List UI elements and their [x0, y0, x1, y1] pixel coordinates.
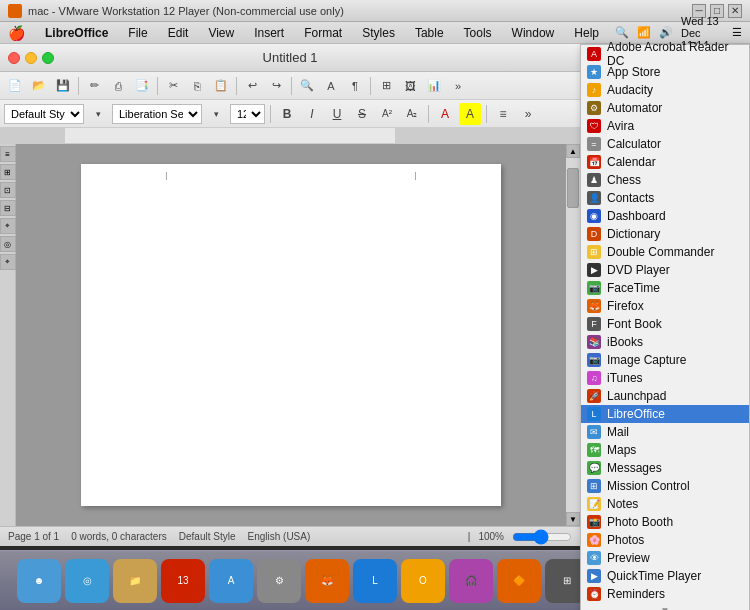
insert-img-btn[interactable]: 🖼 — [399, 75, 421, 97]
scroll-track[interactable] — [566, 158, 580, 512]
dropdown-item-automator[interactable]: ⚙Automator — [581, 99, 749, 117]
subscript-btn[interactable]: A₂ — [401, 103, 423, 125]
dropdown-item-avira[interactable]: 🛡Avira — [581, 117, 749, 135]
dropdown-item-mission-control[interactable]: ⊞Mission Control — [581, 477, 749, 495]
menu-window[interactable]: Window — [508, 24, 559, 42]
dropdown-item-chess[interactable]: ♟Chess — [581, 171, 749, 189]
redo-btn[interactable]: ↪ — [265, 75, 287, 97]
align-left-btn[interactable]: ≡ — [492, 103, 514, 125]
dropdown-item-font-book[interactable]: FFont Book — [581, 315, 749, 333]
style-update-btn[interactable]: ▾ — [87, 103, 109, 125]
dock-item-system-prefs[interactable]: ⚙ — [257, 559, 301, 603]
more-format-btn[interactable]: » — [517, 103, 539, 125]
dropdown-item-maps[interactable]: 🗺Maps — [581, 441, 749, 459]
dropdown-item-firefox[interactable]: 🦊Firefox — [581, 297, 749, 315]
dropdown-item-dictionary[interactable]: DDictionary — [581, 225, 749, 243]
menu-insert[interactable]: Insert — [250, 24, 288, 42]
font-color-btn[interactable]: A — [434, 103, 456, 125]
spell-btn[interactable]: A — [320, 75, 342, 97]
highlight-btn[interactable]: A — [459, 103, 481, 125]
insert-chart-btn[interactable]: 📊 — [423, 75, 445, 97]
size-select[interactable]: 12 — [230, 104, 265, 124]
copy-btn[interactable]: ⎘ — [186, 75, 208, 97]
format-marks-btn[interactable]: ¶ — [344, 75, 366, 97]
undo-btn[interactable]: ↩ — [241, 75, 263, 97]
dropdown-item-contacts[interactable]: 👤Contacts — [581, 189, 749, 207]
dropdown-item-photos[interactable]: 🌸Photos — [581, 531, 749, 549]
dock-item-finder[interactable]: ☻ — [17, 559, 61, 603]
dock-item-calendar[interactable]: 13 — [161, 559, 205, 603]
dropdown-item-facetime[interactable]: 📷FaceTime — [581, 279, 749, 297]
dropdown-item-calculator[interactable]: =Calculator — [581, 135, 749, 153]
dock-item-vlc[interactable]: 🔶 — [497, 559, 541, 603]
save-btn[interactable]: 💾 — [52, 75, 74, 97]
dropdown-item-photo-booth[interactable]: 📸Photo Booth — [581, 513, 749, 531]
close-traffic-light[interactable] — [8, 52, 20, 64]
new-btn[interactable]: 📄 — [4, 75, 26, 97]
menu-help[interactable]: Help — [570, 24, 603, 42]
underline-btn[interactable]: U — [326, 103, 348, 125]
sidebar-icon-3[interactable]: ⊡ — [0, 182, 16, 198]
dropdown-item-calendar[interactable]: 📅Calendar — [581, 153, 749, 171]
dock-item-headphones[interactable]: 🎧 — [449, 559, 493, 603]
search-icon[interactable]: 🔍 — [615, 26, 629, 39]
dock-item-safari[interactable]: ◎ — [65, 559, 109, 603]
menu-edit[interactable]: Edit — [164, 24, 193, 42]
notification-icon[interactable]: ☰ — [732, 26, 742, 39]
dropdown-item-dashboard[interactable]: ◉Dashboard — [581, 207, 749, 225]
dropdown-item-notes[interactable]: 📝Notes — [581, 495, 749, 513]
minimize-traffic-light[interactable] — [25, 52, 37, 64]
dropdown-item-launchpad[interactable]: 🚀Launchpad — [581, 387, 749, 405]
superscript-btn[interactable]: A² — [376, 103, 398, 125]
open-btn[interactable]: 📂 — [28, 75, 50, 97]
dropdown-item-mail[interactable]: ✉Mail — [581, 423, 749, 441]
dropdown-item-reminders[interactable]: ⏰Reminders — [581, 585, 749, 603]
sidebar-icon-7[interactable]: ⌖ — [0, 254, 16, 270]
dropdown-item-adobe-acrobat-reader-dc[interactable]: AAdobe Acrobat Reader DC — [581, 45, 749, 63]
dock-item-files[interactable]: 📁 — [113, 559, 157, 603]
apple-logo[interactable]: 🍎 — [8, 25, 25, 41]
bold-btn[interactable]: B — [276, 103, 298, 125]
dropdown-item-ibooks[interactable]: 📚iBooks — [581, 333, 749, 351]
dropdown-item-double-commander[interactable]: ⊞Double Commander — [581, 243, 749, 261]
maximize-traffic-light[interactable] — [42, 52, 54, 64]
dropdown-item-dvd-player[interactable]: ▶DVD Player — [581, 261, 749, 279]
sidebar-icon-2[interactable]: ⊞ — [0, 164, 16, 180]
sidebar-icon-5[interactable]: ⌖ — [0, 218, 16, 234]
dropdown-item-itunes[interactable]: ♫iTunes — [581, 369, 749, 387]
dock-item-firefox[interactable]: 🦊 — [305, 559, 349, 603]
menu-view[interactable]: View — [204, 24, 238, 42]
pdf-btn[interactable]: 📑 — [131, 75, 153, 97]
dropdown-item-messages[interactable]: 💬Messages — [581, 459, 749, 477]
sidebar-icon-4[interactable]: ⊟ — [0, 200, 16, 216]
sidebar-icon-6[interactable]: ◎ — [0, 236, 16, 252]
menu-file[interactable]: File — [124, 24, 151, 42]
menu-libreoffice[interactable]: LibreOffice — [41, 24, 112, 42]
menu-styles[interactable]: Styles — [358, 24, 399, 42]
edit-btn[interactable]: ✏ — [83, 75, 105, 97]
menu-table[interactable]: Table — [411, 24, 448, 42]
dropdown-item-libreoffice[interactable]: LLibreOffice — [581, 405, 749, 423]
font-select[interactable]: Liberation Ser — [112, 104, 202, 124]
lo-document-area[interactable] — [16, 144, 566, 526]
scroll-down-btn[interactable]: ▼ — [566, 512, 580, 526]
italic-btn[interactable]: I — [301, 103, 323, 125]
more-btn[interactable]: » — [447, 75, 469, 97]
dock-item-app-store[interactable]: A — [209, 559, 253, 603]
cut-btn[interactable]: ✂ — [162, 75, 184, 97]
sidebar-icon-1[interactable]: ≡ — [0, 146, 16, 162]
dropdown-item-quicktime-player[interactable]: ▶QuickTime Player — [581, 567, 749, 585]
export-btn[interactable]: ⎙ — [107, 75, 129, 97]
scroll-thumb[interactable] — [567, 168, 579, 208]
lo-scrollbar-vertical[interactable]: ▲ ▼ — [566, 144, 580, 526]
menu-tools[interactable]: Tools — [460, 24, 496, 42]
font-update-btn[interactable]: ▾ — [205, 103, 227, 125]
strikethrough-btn[interactable]: S — [351, 103, 373, 125]
dock-item-libreoffice[interactable]: L — [353, 559, 397, 603]
menu-format[interactable]: Format — [300, 24, 346, 42]
insert-table-btn[interactable]: ⊞ — [375, 75, 397, 97]
paste-btn[interactable]: 📋 — [210, 75, 232, 97]
find-btn[interactable]: 🔍 — [296, 75, 318, 97]
dock-item-openoffice[interactable]: O — [401, 559, 445, 603]
zoom-slider[interactable] — [512, 529, 572, 545]
